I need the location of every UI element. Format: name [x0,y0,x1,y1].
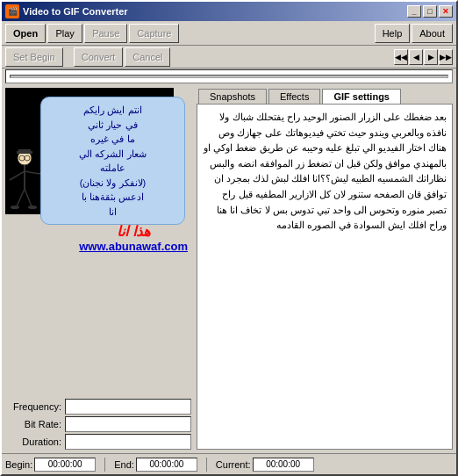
bubble-line6: (لانفكر ولا نجنان) [80,177,146,188]
bubble-line3: ما في غيره [90,133,134,144]
bubble-line4: شعار الشركه الي [79,148,146,159]
promo-block: هذا انا www.abunawaf.com [79,223,188,253]
status-sep2 [206,458,207,472]
svg-rect-2 [18,149,31,152]
help-button[interactable]: Help [375,24,411,43]
description-box[interactable]: بعد ضغطك على الزرار الصنور الوحيد راح يف… [197,104,453,450]
timeline-bar[interactable] [5,69,453,83]
speech-bubble: انتم ايش رايكم في حيار ثاني ما في غيره ش… [40,97,185,225]
window-title: Video to GIF Converter [23,6,407,17]
params-area: Frequency: Bit Rate: Duration: [2,395,195,453]
svg-line-7 [17,189,25,206]
promo-label: هذا انا [79,223,188,240]
tab-gif-settings[interactable]: GIF settings [322,89,401,104]
begin-status: Begin: [5,458,96,472]
svg-point-10 [28,206,37,209]
video-area: انتم ايش رايكم في حيار ثاني ما في غيره ش… [5,88,174,220]
svg-line-5 [25,171,39,174]
frequency-input[interactable] [65,399,191,415]
tabs-bar: Snapshots Effects GIF settings [195,84,456,104]
convert-button[interactable]: Convert [74,47,124,67]
tab-snapshots[interactable]: Snapshots [198,89,267,104]
right-panel: Snapshots Effects GIF settings بعد ضغطك … [195,84,456,453]
current-label: Current: [216,459,251,470]
status-sep1 [104,458,105,472]
toolbar-row1: Open Play Pause Capture Help About [2,21,456,46]
bubble-line8: انا [109,206,117,217]
title-bar: 🎬 Video to GIF Converter _ □ ✕ [2,2,456,21]
app-window: 🎬 Video to GIF Converter _ □ ✕ Open Play… [0,0,458,476]
left-panel: انتم ايش رايكم في حيار ثاني ما في غيره ش… [2,84,195,453]
promo-url[interactable]: www.abunawaf.com [79,240,188,253]
end-label: End: [114,459,134,470]
current-value[interactable] [253,458,314,472]
bitrate-input[interactable] [65,416,191,432]
maximize-button[interactable]: □ [423,5,437,18]
description-text: بعد ضغطك على الزرار الصنور الوحيد راح يف… [204,112,447,230]
nav-first-button[interactable]: ◀◀ [394,49,408,65]
about-button[interactable]: About [411,24,453,43]
open-button[interactable]: Open [5,24,46,43]
bubble-line7: ادعس بثقةهنا با [82,191,144,202]
bitrate-row: Bit Rate: [5,416,191,432]
frequency-row: Frequency: [5,399,191,415]
status-bar: Begin: End: Current: [2,453,456,474]
close-button[interactable]: ✕ [439,5,453,18]
duration-input[interactable] [65,434,191,450]
frequency-label: Frequency: [5,401,61,412]
bitrate-label: Bit Rate: [5,419,61,429]
content-area: انتم ايش رايكم في حيار ثاني ما في غيره ش… [2,84,456,453]
navigation-buttons: ◀◀ ◀ ▶ ▶▶ [394,49,453,65]
set-begin-button[interactable]: Set Begin [5,47,63,67]
minimize-button[interactable]: _ [407,5,421,18]
begin-label: Begin: [5,459,32,470]
bubble-line5: عاملته [100,162,125,173]
nav-last-button[interactable]: ▶▶ [439,49,453,65]
current-status: Current: [216,458,314,472]
tab-effects[interactable]: Effects [268,89,320,104]
end-status: End: [114,458,197,472]
timeline-track [10,75,448,78]
title-buttons: _ □ ✕ [407,5,453,18]
capture-button[interactable]: Capture [129,24,179,43]
nav-prev-button[interactable]: ◀ [409,49,423,65]
bubble-line2: في حيار ثاني [88,119,137,130]
end-value[interactable] [136,458,197,472]
svg-point-9 [11,206,19,209]
bubble-content: انتم ايش رايكم في حيار ثاني ما في غيره ش… [40,97,185,225]
bubble-line1: انتم ايش رايكم [83,105,141,115]
duration-row: Duration: [5,434,191,450]
play-button[interactable]: Play [47,24,82,43]
svg-line-8 [25,189,32,206]
svg-line-4 [10,171,25,180]
cancel-button[interactable]: Cancel [125,47,170,67]
toolbar-row2: Set Begin Convert Cancel ◀◀ ◀ ▶ ▶▶ [2,46,456,69]
nav-next-button[interactable]: ▶ [424,49,438,65]
app-icon: 🎬 [5,4,19,18]
pause-button[interactable]: Pause [84,24,127,43]
begin-value[interactable] [34,458,96,472]
duration-label: Duration: [5,436,61,447]
